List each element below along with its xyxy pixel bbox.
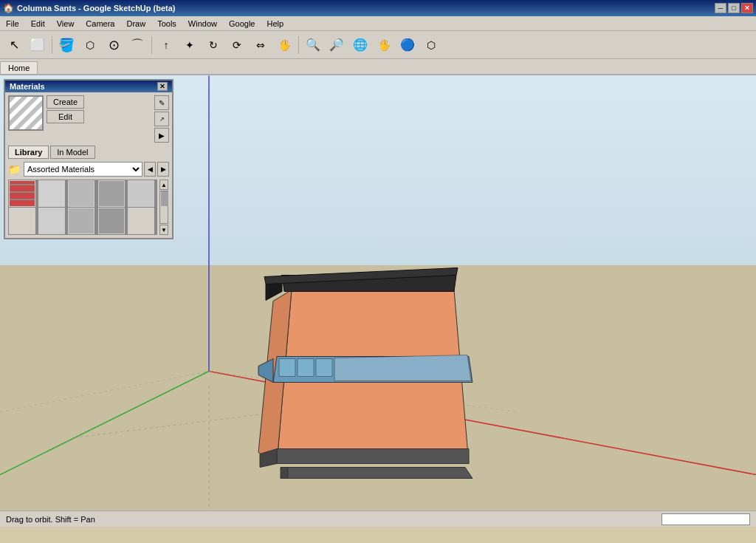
panel-tabs: Library In Model [8,146,169,159]
mat-mg1[interactable] [68,180,94,207]
home-tab-bar: Home [0,59,756,75]
materials-dropdown[interactable]: Assorted Materials Brick and Cladding Co… [24,162,142,177]
paint-icon[interactable]: ✎ [154,95,169,110]
toolbar: ↖ ⬜ 🪣 ⬡ ⊙ ⌒ ↑ ✦ ↻ ⟳ ⇔ 🖐 🔍 🔎 🌐 🖐 🔵 ⬡ [0,31,756,59]
window-title: Columna Sants - Google SketchUp (beta) [17,4,176,13]
panel-action-buttons: Create Edit [47,95,84,123]
ground-background [0,265,756,527]
tool-paint[interactable]: 🪣 [55,34,78,56]
toolbar-sep-3 [298,36,299,54]
mat-dg1[interactable] [98,180,125,207]
folder-icon: 📁 [8,163,21,175]
tool-orbit[interactable]: 🔵 [396,34,419,56]
status-bar: Drag to orbit. Shift = Pan [0,510,756,527]
minimize-button[interactable]: ─ [715,3,726,13]
menu-file[interactable]: File [0,18,25,30]
panel-close-button[interactable]: ✕ [157,82,168,91]
tool-scale[interactable]: ⇔ [250,34,272,56]
scroll-track [159,191,168,224]
dropdown-row: 📁 Assorted Materials Brick and Cladding … [8,162,169,177]
tool-zoom[interactable]: 🔍 [302,34,324,56]
menu-draw[interactable]: Draw [120,18,151,30]
tool-followme[interactable]: ⟳ [226,34,248,56]
menu-help[interactable]: Help [261,18,289,30]
materials-grid [8,180,157,235]
menu-edit[interactable]: Edit [25,18,51,30]
tool-walk[interactable]: ⬡ [420,34,442,56]
tool-make-component[interactable]: ⬜ [27,34,49,56]
sample-icon[interactable]: ↗ [154,112,169,126]
maximize-button[interactable]: □ [728,3,740,13]
grid-container: ▲ ▼ [8,180,169,235]
scrollbar: ▲ ▼ [159,180,169,235]
tab-home[interactable]: Home [0,61,38,74]
menu-window[interactable]: Window [182,18,223,30]
mat-lg1[interactable] [38,180,65,207]
main-area: Materials ✕ Create Edit ✎ ↗ ▶ Library In… [0,75,756,527]
mat-brick[interactable] [9,180,35,207]
tool-rotate[interactable]: ↻ [202,34,224,56]
status-input[interactable] [662,513,750,525]
create-button[interactable]: Create [47,95,84,109]
tool-pushpull[interactable]: ↑ [155,34,177,56]
edit-button[interactable]: Edit [47,110,84,123]
title-bar-left: 🏠 Columna Sants - Google SketchUp (beta) [3,3,176,13]
scroll-thumb[interactable] [161,191,168,206]
expand-icon[interactable]: ▶ [154,128,169,143]
tool-arc[interactable]: ⌒ [126,34,148,56]
panel-icons-right: ✎ ↗ ▶ [154,95,169,143]
title-bar-buttons: ─ □ ✕ [715,3,753,13]
panel-top-row: Create Edit ✎ ↗ ▶ [8,95,169,143]
scroll-down-button[interactable]: ▼ [159,225,168,235]
tool-zoom-window[interactable]: 🔎 [326,34,348,56]
menu-bar: File Edit View Camera Draw Tools Window … [0,16,756,31]
panel-titlebar: Materials ✕ [5,81,172,92]
tool-select[interactable]: ↖ [3,34,25,56]
menu-google[interactable]: Google [223,18,261,30]
tool-offset[interactable]: 🖐 [273,34,295,56]
tool-move[interactable]: ✦ [179,34,201,56]
toolbar-sep-1 [52,36,52,54]
title-bar: 🏠 Columna Sants - Google SketchUp (beta)… [0,0,756,16]
materials-panel: Materials ✕ Create Edit ✎ ↗ ▶ Library In… [4,79,173,239]
tool-tape[interactable]: ⊙ [103,34,125,56]
mat-empty2[interactable] [128,208,154,234]
tool-zoom-extents[interactable]: 🌐 [349,34,371,56]
toolbar-sep-2 [151,36,152,54]
menu-tools[interactable]: Tools [151,18,182,30]
mat-mg2[interactable] [68,208,94,234]
status-text: Drag to orbit. Shift = Pan [6,515,95,524]
material-preview [8,95,44,131]
panel-title: Materials [10,82,45,91]
nav-next-button[interactable]: ▶ [157,162,169,177]
menu-camera[interactable]: Camera [80,18,120,30]
mat-empty1[interactable] [9,208,35,234]
tool-pan[interactable]: 🖐 [373,34,395,56]
mat-lg2[interactable] [128,180,154,207]
scroll-up-button[interactable]: ▲ [159,180,168,190]
nav-prev-button[interactable]: ◀ [144,162,156,177]
mat-lg3[interactable] [38,208,65,234]
tab-in-model[interactable]: In Model [50,146,94,159]
app-icon: 🏠 [3,3,14,13]
tool-eraser[interactable]: ⬡ [79,34,101,56]
tab-library[interactable]: Library [8,146,49,159]
close-button[interactable]: ✕ [741,3,753,13]
mat-dg2[interactable] [98,208,125,234]
menu-view[interactable]: View [51,18,80,30]
panel-content: Create Edit ✎ ↗ ▶ Library In Model 📁 Ass… [5,92,172,238]
